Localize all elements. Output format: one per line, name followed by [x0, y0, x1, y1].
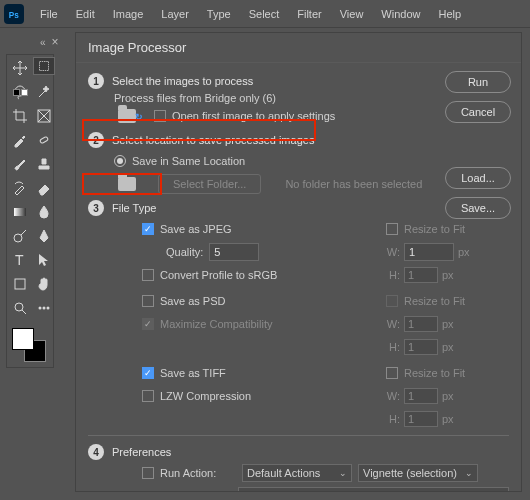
svg-text:T: T	[15, 252, 24, 268]
resize-tiff-checkbox[interactable]	[386, 367, 398, 379]
resize-jpeg-label: Resize to Fit	[404, 223, 465, 235]
folder-icon[interactable]	[118, 177, 136, 191]
copyright-label: Copyright Info:	[142, 490, 232, 491]
open-first-label: Open first image to apply settings	[172, 110, 335, 122]
history-brush-icon[interactable]	[9, 177, 31, 199]
folder-icon[interactable]: ↻	[118, 109, 136, 123]
marquee-tool-icon[interactable]	[33, 57, 55, 75]
menu-filter[interactable]: Filter	[289, 4, 329, 24]
resize-tiff-label: Resize to Fit	[404, 367, 465, 379]
menu-image[interactable]: Image	[105, 4, 152, 24]
same-location-radio[interactable]	[114, 155, 126, 167]
section-file-type: 3 File Type Save as JPEG Resize to Fit Q…	[88, 200, 509, 429]
separator	[88, 435, 509, 436]
wand-tool-icon[interactable]	[33, 81, 55, 103]
menu-type[interactable]: Type	[199, 4, 239, 24]
menu-edit[interactable]: Edit	[68, 4, 103, 24]
menubar: Ps File Edit Image Layer Type Select Fil…	[0, 0, 530, 28]
psd-w-input	[404, 316, 438, 332]
action-set-select[interactable]: Default Actions⌄	[242, 464, 352, 482]
jpeg-w-input	[404, 243, 454, 261]
menu-select[interactable]: Select	[241, 4, 288, 24]
svg-rect-7	[15, 279, 25, 289]
zoom-tool-icon[interactable]	[9, 297, 31, 319]
close-icon[interactable]: ×	[52, 35, 59, 49]
image-processor-dialog: Image Processor Run Cancel Load... Save.…	[75, 32, 522, 492]
step-4-badge: 4	[88, 444, 104, 460]
svg-rect-1	[40, 62, 49, 71]
svg-point-11	[47, 307, 50, 310]
app-logo: Ps	[4, 4, 24, 24]
hand-tool-icon[interactable]	[33, 273, 55, 295]
svg-rect-3	[40, 136, 49, 143]
svg-point-10	[43, 307, 46, 310]
save-tiff-checkbox[interactable]	[142, 367, 154, 379]
pen-tool-icon[interactable]	[33, 225, 55, 247]
color-swatches[interactable]	[9, 325, 51, 365]
svg-text:Ps: Ps	[9, 10, 19, 19]
section-1-title: Select the images to process	[112, 75, 253, 87]
menu-view[interactable]: View	[332, 4, 372, 24]
stamp-tool-icon[interactable]	[33, 153, 55, 175]
jpeg-h-input	[404, 267, 438, 283]
shape-tool-icon[interactable]	[9, 273, 31, 295]
type-tool-icon[interactable]: T	[9, 249, 31, 271]
bridge-files-label: Process files from Bridge only (6)	[114, 92, 429, 104]
menu-help[interactable]: Help	[430, 4, 469, 24]
quality-input[interactable]	[209, 243, 259, 261]
eyedropper-tool-icon[interactable]	[9, 129, 31, 151]
menu-file[interactable]: File	[32, 4, 66, 24]
save-psd-label: Save as PSD	[160, 295, 225, 307]
default-colors-icon[interactable]	[13, 89, 28, 96]
dodge-tool-icon[interactable]	[9, 225, 31, 247]
copyright-input[interactable]	[238, 487, 509, 491]
lzw-checkbox[interactable]	[142, 390, 154, 402]
path-select-icon[interactable]	[33, 249, 55, 271]
step-3-badge: 3	[88, 200, 104, 216]
section-2-title: Select location to save processed images	[112, 134, 314, 146]
section-preferences: 4 Preferences Run Action: Default Action…	[88, 444, 509, 491]
save-psd-checkbox[interactable]	[142, 295, 154, 307]
crop-tool-icon[interactable]	[9, 105, 31, 127]
fg-color-swatch[interactable]	[12, 328, 34, 350]
load-button[interactable]: Load...	[445, 167, 511, 189]
gradient-tool-icon[interactable]	[9, 201, 31, 223]
select-folder-button: Select Folder...	[158, 174, 261, 194]
resize-jpeg-checkbox[interactable]	[386, 223, 398, 235]
save-tiff-label: Save as TIFF	[160, 367, 226, 379]
move-tool-icon[interactable]	[9, 57, 31, 79]
lzw-label: LZW Compression	[160, 390, 251, 402]
eraser-tool-icon[interactable]	[33, 177, 55, 199]
run-button[interactable]: Run	[445, 71, 511, 93]
menu-window[interactable]: Window	[373, 4, 428, 24]
resize-psd-label: Resize to Fit	[404, 295, 465, 307]
collapse-icon[interactable]: «	[40, 37, 46, 48]
menu-layer[interactable]: Layer	[153, 4, 197, 24]
frame-tool-icon[interactable]	[33, 105, 55, 127]
section-3-title: File Type	[112, 202, 156, 214]
svg-point-8	[15, 303, 23, 311]
quality-label: Quality:	[166, 246, 203, 258]
save-jpeg-checkbox[interactable]	[142, 223, 154, 235]
tiff-h-input	[404, 411, 438, 427]
edit-toolbar-icon[interactable]	[33, 297, 55, 319]
run-action-label: Run Action:	[160, 467, 236, 479]
blur-tool-icon[interactable]	[33, 201, 55, 223]
run-action-checkbox[interactable]	[142, 467, 154, 479]
step-2-badge: 2	[88, 132, 104, 148]
open-first-checkbox[interactable]	[154, 110, 166, 122]
resize-psd-checkbox	[386, 295, 398, 307]
same-location-label: Save in Same Location	[132, 155, 245, 167]
action-select[interactable]: Vignette (selection)⌄	[358, 464, 478, 482]
no-folder-label: No folder has been selected	[285, 178, 422, 190]
heal-tool-icon[interactable]	[33, 129, 55, 151]
section-4-title: Preferences	[112, 446, 171, 458]
cancel-button[interactable]: Cancel	[445, 101, 511, 123]
save-jpeg-label: Save as JPEG	[160, 223, 232, 235]
brush-tool-icon[interactable]	[9, 153, 31, 175]
maxcomp-label: Maximize Compatibility	[160, 318, 272, 330]
save-button[interactable]: Save...	[445, 197, 511, 219]
step-1-badge: 1	[88, 73, 104, 89]
srgb-checkbox[interactable]	[142, 269, 154, 281]
srgb-label: Convert Profile to sRGB	[160, 269, 277, 281]
